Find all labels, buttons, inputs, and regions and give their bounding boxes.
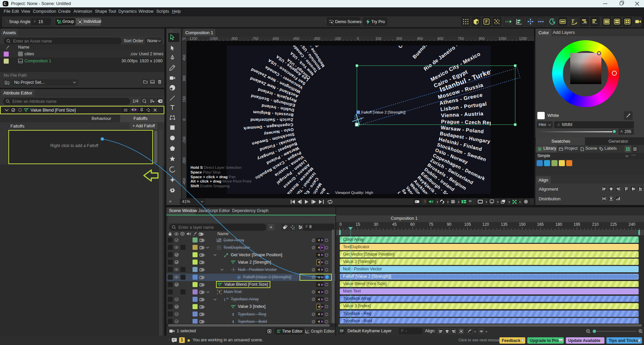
svg-text:T: T bbox=[218, 290, 221, 294]
svg-text:Singapore - Singapore: Singapore - Singapore bbox=[382, 41, 405, 42]
svg-text:T: T bbox=[571, 18, 575, 24]
svg-text:Falloff [Value 2 [Strength]]: Falloff [Value 2 [Strength]] bbox=[361, 110, 406, 114]
svg-text:C: C bbox=[4, 2, 6, 6]
svg-text:t: t bbox=[224, 297, 225, 302]
svg-text:Tokyo - Japan: Tokyo - Japan bbox=[307, 41, 325, 45]
svg-text:Vienna - Austria: Vienna - Austria bbox=[441, 111, 483, 118]
svg-text:t: t bbox=[232, 312, 234, 317]
svg-text:Zurich - Switzerland: Zurich - Switzerland bbox=[250, 118, 293, 123]
svg-text:Rio de Janeiro - Brazil: Rio de Janeiro - Brazil bbox=[423, 41, 473, 72]
svg-text:t: t bbox=[232, 319, 234, 324]
svg-text:F: F bbox=[485, 19, 488, 24]
svg-text:Miami - USA: Miami - USA bbox=[388, 195, 402, 198]
svg-text:Seoul - South Korea: Seoul - South Korea bbox=[314, 41, 333, 42]
svg-text:Cape Town - South Africa: Cape Town - South Africa bbox=[397, 41, 434, 49]
